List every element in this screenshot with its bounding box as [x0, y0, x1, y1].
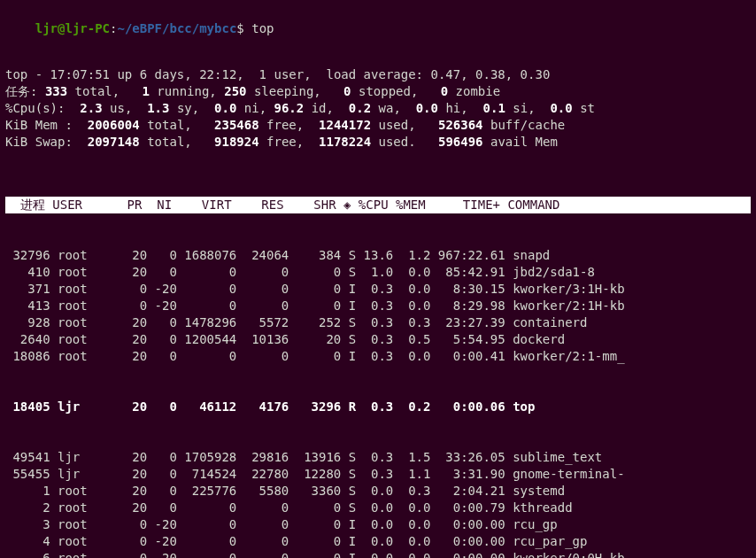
table-row: 928 root 20 0 1478296 5572 252 S 0.3 0.3… [5, 314, 751, 331]
prompt-host: ljr-PC [65, 21, 110, 35]
prompt-user: ljr [35, 21, 58, 35]
table-row: 1 root 20 0 225776 5580 3360 S 0.0 0.3 2… [5, 483, 751, 500]
table-row: 4 root 0 -20 0 0 0 I 0.0 0.0 0:00.00 rcu… [5, 533, 751, 550]
table-row: 410 root 20 0 0 0 0 S 1.0 0.0 85:42.91 j… [5, 264, 751, 281]
top-summary-mem: KiB Mem : 2006004 total, 235468 free, 12… [5, 117, 751, 134]
shell-prompt: ljr@ljr-PC:~/eBPF/bcc/mybcc$ top [5, 4, 751, 54]
prompt-path: ~/eBPF/bcc/mybcc [117, 21, 236, 35]
top-summary-uptime: top - 17:07:51 up 6 days, 22:12, 1 user,… [5, 66, 751, 83]
top-summary-swap: KiB Swap: 2097148 total, 918924 free, 11… [5, 134, 751, 151]
table-row: 55455 ljr 20 0 714524 22780 12280 S 0.3 … [5, 466, 751, 483]
table-row: 32796 root 20 0 1688076 24064 384 S 13.6… [5, 247, 751, 264]
table-row: 2640 root 20 0 1200544 10136 20 S 0.3 0.… [5, 331, 751, 348]
table-row: 413 root 0 -20 0 0 0 I 0.3 0.0 8:29.98 k… [5, 298, 751, 314]
command-text: top [251, 21, 274, 35]
table-row-current: 18405 ljr 20 0 46112 4176 3296 R 0.3 0.2… [5, 399, 751, 415]
table-row: 3 root 0 -20 0 0 0 I 0.0 0.0 0:00.00 rcu… [5, 516, 751, 533]
top-summary-cpu: %Cpu(s): 2.3 us, 1.3 sy, 0.0 ni, 96.2 id… [5, 100, 751, 117]
table-header: 进程 USER PR NI VIRT RES SHR ◈ %CPU %MEM T… [5, 197, 751, 213]
top-summary-tasks: 任务: 333 total, 1 running, 250 sleeping, … [5, 83, 751, 100]
table-row: 2 root 20 0 0 0 0 S 0.0 0.0 0:00.79 kthr… [5, 500, 751, 516]
prompt-dollar: $ [236, 21, 243, 35]
process-table: 进程 USER PR NI VIRT RES SHR ◈ %CPU %MEM T… [5, 163, 751, 558]
table-row: 6 root 0 -20 0 0 0 I 0.0 0.0 0:00.00 kwo… [5, 550, 751, 558]
terminal-window[interactable]: ljr@ljr-PC:~/eBPF/bcc/mybcc$ top top - 1… [0, 0, 756, 558]
table-row: 18086 root 20 0 0 0 0 I 0.3 0.0 0:00.41 … [5, 348, 751, 365]
table-row: 49541 ljr 20 0 1705928 29816 13916 S 0.3… [5, 449, 751, 466]
table-row: 371 root 0 -20 0 0 0 I 0.3 0.0 8:30.15 k… [5, 281, 751, 298]
